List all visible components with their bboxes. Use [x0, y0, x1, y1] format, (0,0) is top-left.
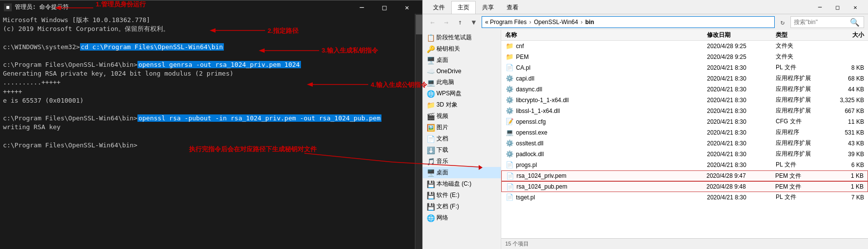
- recent-button[interactable]: ▼: [468, 16, 480, 28]
- tab-view[interactable]: 查看: [500, 1, 525, 14]
- file-row-rsapub[interactable]: 📄 rsa_1024_pub.pem 2020/4/28 9:48 PEM 文件…: [501, 181, 868, 192]
- sidebar-item-localc[interactable]: 💾 本地磁盘 (C:): [423, 178, 501, 190]
- file-row-libssl[interactable]: ⚙️ libssl-1_1-x64.dll 2020/4/21 8:30 应用程…: [501, 106, 868, 116]
- sidebar-label-download: 下载: [436, 146, 448, 154]
- file-size-ossltest: 43 KB: [830, 140, 864, 147]
- file-type-cnf: 文件夹: [776, 42, 830, 50]
- file-size-padlock: 39 KB: [830, 151, 864, 158]
- file-name-pem: PEM: [516, 54, 707, 60]
- file-row-dasync[interactable]: ⚙️ dasync.dll 2020/4/21 8:30 应用程序扩展 44 K…: [501, 84, 868, 95]
- sidebar-label-drive-e: 软件 (E:): [436, 191, 460, 199]
- file-type-opensslexe: 应用程序: [776, 128, 830, 137]
- file-type-rsapub: PEM 文件: [775, 183, 829, 191]
- back-button[interactable]: ←: [427, 16, 438, 28]
- close-button[interactable]: ✕: [396, 0, 418, 14]
- file-row-libcrypto[interactable]: ⚙️ libcrypto-1_1-x64.dll 2020/4/21 8:30 …: [501, 95, 868, 106]
- file-row-pem[interactable]: 📁 PEM 2020/4/28 9:25 文件夹: [501, 52, 868, 62]
- col-header-name: 名称: [505, 31, 707, 39]
- sidebar-label-desktop2: 桌面: [436, 168, 448, 177]
- file-row-cnf[interactable]: 📁 cnf 2020/4/28 9:25 文件夹: [501, 41, 868, 52]
- col-header-type: 类型: [776, 31, 830, 39]
- localc-icon: 💾: [427, 180, 434, 188]
- sidebar-label-3d: 3D 对象: [436, 101, 458, 109]
- file-date-padlock: 2020/4/21 8:30: [707, 151, 776, 158]
- sidebar-item-thispc[interactable]: 💻 此电脑: [423, 77, 501, 88]
- sidebar-label-localc: 本地磁盘 (C:): [436, 180, 471, 188]
- search-input[interactable]: [794, 19, 848, 26]
- sidebar-item-3d[interactable]: 📁 3D 对象: [423, 99, 501, 111]
- sidebar-item-music[interactable]: 🎵 音乐: [423, 156, 501, 167]
- file-date-ossltest: 2020/4/21 8:30: [707, 140, 776, 147]
- cmd-line-gen2: ..........+++++: [3, 78, 419, 87]
- cmd-line-gen4: e is 65537 (0x010001): [3, 96, 419, 105]
- file-row-opensslexe[interactable]: 💻 openssl.exe 2020/4/21 8:30 应用程序 531 KB: [501, 127, 868, 138]
- file-size-rsapub: 1 KB: [829, 183, 864, 190]
- desktop-icon: 🖥️: [427, 56, 434, 64]
- 3d-icon: 📁: [427, 101, 434, 109]
- file-list-container: 名称 修改日期 类型 大小 📁 cnf 2020/4/28 9:25 文件夹: [501, 30, 868, 249]
- file-row-rsapriv[interactable]: 📄 rsa_1024_priv.pem 2020/4/28 9:47 PEM 文…: [501, 170, 868, 181]
- cmd-window-controls: ─ □ ✕: [351, 0, 418, 14]
- sidebar-label-wps: WPS网盘: [436, 89, 461, 98]
- explorer-maximize[interactable]: □: [829, 1, 846, 13]
- tab-share[interactable]: 共享: [476, 1, 500, 14]
- network-icon: 🌐: [427, 214, 434, 222]
- sidebar-item-drive-f[interactable]: 💾 文档 (F:): [423, 201, 501, 212]
- minimize-button[interactable]: ─: [351, 0, 373, 14]
- file-name-rsapub: rsa_1024_pub.pem: [516, 183, 706, 190]
- file-name-capi: capi.dll: [516, 75, 707, 82]
- file-row-capi[interactable]: ⚙️ capi.dll 2020/4/21 8:30 应用程序扩展 68 KB: [501, 73, 868, 84]
- tab-file[interactable]: 文件: [427, 1, 451, 14]
- sidebar-label-secret: 秘钥相关: [436, 45, 460, 53]
- file-date-rsapub: 2020/4/28 9:48: [706, 183, 775, 190]
- up-button[interactable]: ↑: [454, 16, 466, 28]
- file-name-ossltest: ossltest.dll: [516, 140, 707, 147]
- file-date-libcrypto: 2020/4/21 8:30: [707, 97, 776, 104]
- file-row-capl[interactable]: 📄 CA.pl 2020/4/21 8:30 PL 文件 8 KB: [501, 62, 868, 73]
- file-list[interactable]: 📁 cnf 2020/4/28 9:25 文件夹 📁 PEM 2020/4/28…: [501, 41, 868, 238]
- cmd-body[interactable]: Microsoft Windows [版本 10.0.18362.778] (c…: [0, 14, 422, 249]
- sidebar-item-onedrive[interactable]: ☁️ OneDrive: [423, 66, 501, 77]
- sidebar-item-secret[interactable]: 🔑 秘钥相关: [423, 43, 501, 55]
- sidebar-item-docs[interactable]: 📄 文档: [423, 133, 501, 144]
- sidebar-item-wps[interactable]: 🌐 WPS网盘: [423, 88, 501, 99]
- explorer-close[interactable]: ✕: [846, 1, 864, 13]
- cmd-line-5: [3, 105, 419, 114]
- file-name-opensslexe: openssl.exe: [516, 129, 707, 136]
- refresh-button[interactable]: ↻: [777, 16, 788, 28]
- sidebar-item-desktop2[interactable]: 🖥️ 桌面: [423, 167, 501, 178]
- sidebar-item-network[interactable]: 🌐 网络: [423, 212, 501, 223]
- cmd-line-6: [3, 132, 419, 140]
- maximize-button[interactable]: □: [373, 0, 396, 14]
- sidebar-item-notes[interactable]: 📋 阶段性笔试题: [423, 32, 501, 43]
- file-type-ossltest: 应用程序扩展: [776, 139, 830, 147]
- file-row-padlock[interactable]: ⚙️ padlock.dll 2020/4/21 8:30 应用程序扩展 39 …: [501, 149, 868, 160]
- sidebar-item-download[interactable]: ⬇️ 下载: [423, 144, 501, 156]
- forward-button[interactable]: →: [440, 16, 452, 28]
- file-type-libssl: 应用程序扩展: [776, 107, 830, 115]
- sidebar-item-picture[interactable]: 🖼️ 图片: [423, 122, 501, 133]
- addr-part-1: « Program Files: [485, 19, 527, 26]
- tab-home[interactable]: 主页: [451, 1, 476, 14]
- status-bar: 15 个项目: [501, 238, 868, 249]
- file-ossltest-icon: ⚙️: [505, 139, 514, 147]
- cmd-scrollbar-thumb[interactable]: [416, 15, 422, 34]
- file-row-opensslcfg[interactable]: 📝 openssl.cfg 2020/4/21 8:30 CFG 文件 11 K…: [501, 116, 868, 127]
- file-type-progspl: PL 文件: [776, 161, 830, 169]
- file-size-libssl: 667 KB: [830, 108, 864, 114]
- sidebar-item-desktop[interactable]: 🖥️ 桌面: [423, 55, 501, 66]
- search-bar[interactable]: 🔍: [790, 16, 864, 28]
- file-row-progspl[interactable]: 📄 progs.pl 2020/4/21 8:30 PL 文件 6 KB: [501, 160, 868, 170]
- file-name-opensslcfg: openssl.cfg: [516, 118, 707, 125]
- file-capi-icon: ⚙️: [505, 75, 514, 83]
- sidebar-item-drive-e[interactable]: 💾 软件 (E:): [423, 190, 501, 201]
- file-row-ossltest[interactable]: ⚙️ ossltest.dll 2020/4/21 8:30 应用程序扩展 43…: [501, 138, 868, 149]
- cmd-scrollbar[interactable]: [415, 14, 422, 249]
- explorer-minimize[interactable]: ─: [811, 1, 829, 13]
- folder-pem-icon: 📁: [505, 53, 514, 61]
- file-name-tsget: tsget.pl: [516, 194, 707, 201]
- address-bar[interactable]: « Program Files › OpenSSL-Win64 › bin: [482, 16, 775, 28]
- file-row-tsget[interactable]: 📄 tsget.pl 2020/4/21 8:30 PL 文件 7 KB: [501, 192, 868, 203]
- sidebar-item-video[interactable]: 🎬 视频: [423, 111, 501, 122]
- thispc-icon: 💻: [427, 79, 434, 86]
